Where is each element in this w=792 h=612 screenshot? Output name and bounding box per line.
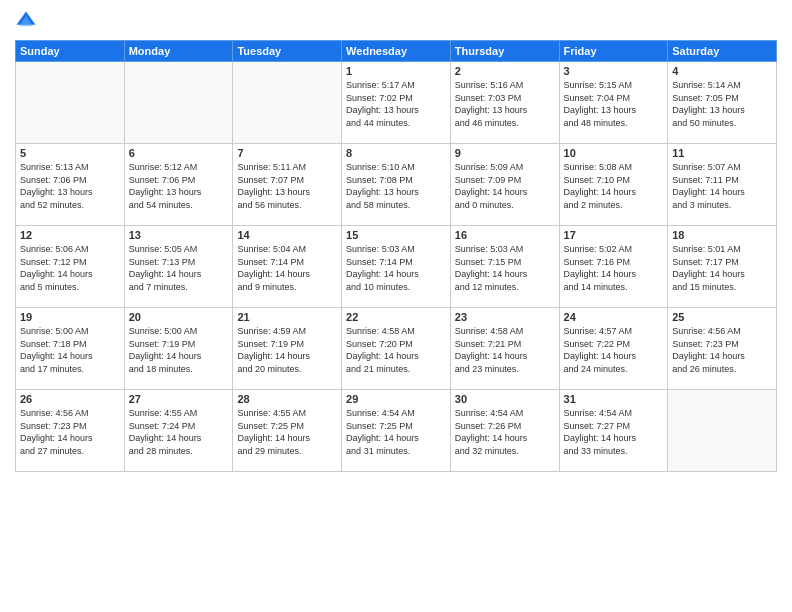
calendar-week-row: 26Sunrise: 4:56 AM Sunset: 7:23 PM Dayli… <box>16 390 777 472</box>
day-header-thursday: Thursday <box>450 41 559 62</box>
calendar-cell: 16Sunrise: 5:03 AM Sunset: 7:15 PM Dayli… <box>450 226 559 308</box>
calendar-cell: 19Sunrise: 5:00 AM Sunset: 7:18 PM Dayli… <box>16 308 125 390</box>
day-number: 7 <box>237 147 337 159</box>
calendar-cell: 8Sunrise: 5:10 AM Sunset: 7:08 PM Daylig… <box>342 144 451 226</box>
day-number: 9 <box>455 147 555 159</box>
calendar-cell: 27Sunrise: 4:55 AM Sunset: 7:24 PM Dayli… <box>124 390 233 472</box>
day-number: 19 <box>20 311 120 323</box>
day-info: Sunrise: 5:14 AM Sunset: 7:05 PM Dayligh… <box>672 79 772 129</box>
day-number: 27 <box>129 393 229 405</box>
calendar-cell: 17Sunrise: 5:02 AM Sunset: 7:16 PM Dayli… <box>559 226 668 308</box>
calendar-cell <box>16 62 125 144</box>
day-info: Sunrise: 5:04 AM Sunset: 7:14 PM Dayligh… <box>237 243 337 293</box>
calendar-cell: 13Sunrise: 5:05 AM Sunset: 7:13 PM Dayli… <box>124 226 233 308</box>
day-number: 24 <box>564 311 664 323</box>
day-info: Sunrise: 5:06 AM Sunset: 7:12 PM Dayligh… <box>20 243 120 293</box>
calendar-cell: 30Sunrise: 4:54 AM Sunset: 7:26 PM Dayli… <box>450 390 559 472</box>
day-info: Sunrise: 5:10 AM Sunset: 7:08 PM Dayligh… <box>346 161 446 211</box>
day-info: Sunrise: 4:56 AM Sunset: 7:23 PM Dayligh… <box>672 325 772 375</box>
calendar-cell: 4Sunrise: 5:14 AM Sunset: 7:05 PM Daylig… <box>668 62 777 144</box>
calendar-cell: 12Sunrise: 5:06 AM Sunset: 7:12 PM Dayli… <box>16 226 125 308</box>
calendar-cell <box>233 62 342 144</box>
day-info: Sunrise: 5:00 AM Sunset: 7:18 PM Dayligh… <box>20 325 120 375</box>
day-number: 11 <box>672 147 772 159</box>
day-number: 8 <box>346 147 446 159</box>
day-info: Sunrise: 5:00 AM Sunset: 7:19 PM Dayligh… <box>129 325 229 375</box>
day-header-monday: Monday <box>124 41 233 62</box>
calendar-cell: 26Sunrise: 4:56 AM Sunset: 7:23 PM Dayli… <box>16 390 125 472</box>
calendar-cell: 9Sunrise: 5:09 AM Sunset: 7:09 PM Daylig… <box>450 144 559 226</box>
calendar-cell: 24Sunrise: 4:57 AM Sunset: 7:22 PM Dayli… <box>559 308 668 390</box>
calendar-cell: 28Sunrise: 4:55 AM Sunset: 7:25 PM Dayli… <box>233 390 342 472</box>
day-number: 1 <box>346 65 446 77</box>
day-info: Sunrise: 5:01 AM Sunset: 7:17 PM Dayligh… <box>672 243 772 293</box>
day-info: Sunrise: 4:56 AM Sunset: 7:23 PM Dayligh… <box>20 407 120 457</box>
day-number: 30 <box>455 393 555 405</box>
day-number: 16 <box>455 229 555 241</box>
day-info: Sunrise: 5:05 AM Sunset: 7:13 PM Dayligh… <box>129 243 229 293</box>
calendar-cell: 10Sunrise: 5:08 AM Sunset: 7:10 PM Dayli… <box>559 144 668 226</box>
calendar-cell: 21Sunrise: 4:59 AM Sunset: 7:19 PM Dayli… <box>233 308 342 390</box>
calendar-cell: 25Sunrise: 4:56 AM Sunset: 7:23 PM Dayli… <box>668 308 777 390</box>
calendar-cell: 31Sunrise: 4:54 AM Sunset: 7:27 PM Dayli… <box>559 390 668 472</box>
calendar-cell: 20Sunrise: 5:00 AM Sunset: 7:19 PM Dayli… <box>124 308 233 390</box>
day-header-friday: Friday <box>559 41 668 62</box>
day-number: 21 <box>237 311 337 323</box>
day-info: Sunrise: 4:55 AM Sunset: 7:24 PM Dayligh… <box>129 407 229 457</box>
day-header-tuesday: Tuesday <box>233 41 342 62</box>
day-info: Sunrise: 5:11 AM Sunset: 7:07 PM Dayligh… <box>237 161 337 211</box>
day-info: Sunrise: 4:54 AM Sunset: 7:26 PM Dayligh… <box>455 407 555 457</box>
calendar-cell: 29Sunrise: 4:54 AM Sunset: 7:25 PM Dayli… <box>342 390 451 472</box>
day-number: 18 <box>672 229 772 241</box>
day-number: 23 <box>455 311 555 323</box>
page: SundayMondayTuesdayWednesdayThursdayFrid… <box>0 0 792 612</box>
day-number: 29 <box>346 393 446 405</box>
day-info: Sunrise: 4:54 AM Sunset: 7:27 PM Dayligh… <box>564 407 664 457</box>
calendar-cell: 1Sunrise: 5:17 AM Sunset: 7:02 PM Daylig… <box>342 62 451 144</box>
day-number: 12 <box>20 229 120 241</box>
day-info: Sunrise: 4:57 AM Sunset: 7:22 PM Dayligh… <box>564 325 664 375</box>
calendar-cell: 23Sunrise: 4:58 AM Sunset: 7:21 PM Dayli… <box>450 308 559 390</box>
day-number: 25 <box>672 311 772 323</box>
day-info: Sunrise: 5:08 AM Sunset: 7:10 PM Dayligh… <box>564 161 664 211</box>
calendar-week-row: 1Sunrise: 5:17 AM Sunset: 7:02 PM Daylig… <box>16 62 777 144</box>
day-number: 5 <box>20 147 120 159</box>
calendar-cell: 2Sunrise: 5:16 AM Sunset: 7:03 PM Daylig… <box>450 62 559 144</box>
header <box>15 10 777 32</box>
day-number: 6 <box>129 147 229 159</box>
calendar-cell: 11Sunrise: 5:07 AM Sunset: 7:11 PM Dayli… <box>668 144 777 226</box>
day-info: Sunrise: 5:03 AM Sunset: 7:14 PM Dayligh… <box>346 243 446 293</box>
day-info: Sunrise: 4:59 AM Sunset: 7:19 PM Dayligh… <box>237 325 337 375</box>
day-info: Sunrise: 5:15 AM Sunset: 7:04 PM Dayligh… <box>564 79 664 129</box>
day-number: 13 <box>129 229 229 241</box>
day-number: 31 <box>564 393 664 405</box>
day-number: 2 <box>455 65 555 77</box>
day-number: 17 <box>564 229 664 241</box>
day-info: Sunrise: 4:58 AM Sunset: 7:21 PM Dayligh… <box>455 325 555 375</box>
calendar-week-row: 5Sunrise: 5:13 AM Sunset: 7:06 PM Daylig… <box>16 144 777 226</box>
day-info: Sunrise: 5:13 AM Sunset: 7:06 PM Dayligh… <box>20 161 120 211</box>
calendar-cell <box>124 62 233 144</box>
day-number: 4 <box>672 65 772 77</box>
day-info: Sunrise: 5:09 AM Sunset: 7:09 PM Dayligh… <box>455 161 555 211</box>
day-header-sunday: Sunday <box>16 41 125 62</box>
day-number: 3 <box>564 65 664 77</box>
calendar-header-row: SundayMondayTuesdayWednesdayThursdayFrid… <box>16 41 777 62</box>
day-info: Sunrise: 4:54 AM Sunset: 7:25 PM Dayligh… <box>346 407 446 457</box>
calendar-cell: 3Sunrise: 5:15 AM Sunset: 7:04 PM Daylig… <box>559 62 668 144</box>
day-header-saturday: Saturday <box>668 41 777 62</box>
calendar-cell: 7Sunrise: 5:11 AM Sunset: 7:07 PM Daylig… <box>233 144 342 226</box>
day-info: Sunrise: 5:03 AM Sunset: 7:15 PM Dayligh… <box>455 243 555 293</box>
calendar-cell <box>668 390 777 472</box>
day-info: Sunrise: 5:07 AM Sunset: 7:11 PM Dayligh… <box>672 161 772 211</box>
day-number: 14 <box>237 229 337 241</box>
day-info: Sunrise: 5:16 AM Sunset: 7:03 PM Dayligh… <box>455 79 555 129</box>
day-number: 10 <box>564 147 664 159</box>
day-info: Sunrise: 4:55 AM Sunset: 7:25 PM Dayligh… <box>237 407 337 457</box>
calendar-cell: 5Sunrise: 5:13 AM Sunset: 7:06 PM Daylig… <box>16 144 125 226</box>
calendar-cell: 22Sunrise: 4:58 AM Sunset: 7:20 PM Dayli… <box>342 308 451 390</box>
day-info: Sunrise: 5:12 AM Sunset: 7:06 PM Dayligh… <box>129 161 229 211</box>
day-info: Sunrise: 5:02 AM Sunset: 7:16 PM Dayligh… <box>564 243 664 293</box>
day-info: Sunrise: 5:17 AM Sunset: 7:02 PM Dayligh… <box>346 79 446 129</box>
day-number: 20 <box>129 311 229 323</box>
